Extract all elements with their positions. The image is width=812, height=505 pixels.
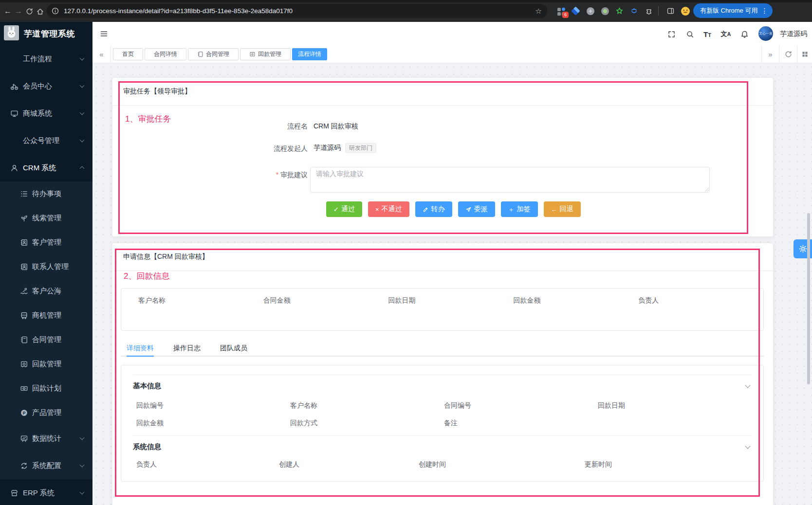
language-icon[interactable]: 文A	[720, 29, 731, 39]
basic-info-row-2: 回款金额 回款方式 备注	[133, 415, 752, 432]
tab-detail-info[interactable]: 详细资料	[127, 341, 154, 356]
sidebar-item-contract[interactable]: 合同管理	[0, 327, 92, 352]
username[interactable]: 芋道源码	[780, 30, 807, 38]
transfer-button[interactable]: 转办	[415, 201, 452, 217]
extension-grid-icon[interactable]: 6	[555, 5, 567, 17]
bookmark-star-icon[interactable]: ☆	[535, 7, 542, 16]
opinion-textarea[interactable]	[310, 167, 710, 193]
clue-icon	[19, 214, 28, 222]
system-info-section-header[interactable]: 系统信息	[133, 436, 752, 458]
initiator-name: 芋道源码	[314, 144, 341, 151]
tab-receivable-manage[interactable]: 回款管理	[240, 48, 291, 60]
edit-icon	[423, 206, 429, 213]
field-receivable-no: 回款编号	[136, 401, 290, 410]
config-icon	[19, 461, 28, 470]
crm-submenu: 待办事项 线索管理 客户管理 联系人管理	[0, 181, 92, 479]
field-creator: 创建人	[279, 460, 419, 469]
sidebar-item-workflow[interactable]: 工作流程	[0, 45, 92, 72]
chevron-down-icon[interactable]	[745, 382, 750, 388]
sidebar-item-receivable-plan[interactable]: 回款计划	[0, 376, 92, 400]
tabs-refresh-icon[interactable]	[779, 45, 797, 63]
store-icon	[10, 488, 18, 497]
emoji-profile-icon[interactable]	[680, 5, 691, 17]
fullscreen-icon[interactable]	[666, 29, 677, 39]
approve-button[interactable]: ✓通过	[326, 201, 362, 217]
monitor-icon	[10, 109, 18, 118]
sidebar-item-mall-system[interactable]: 商城系统	[0, 100, 92, 127]
hamburger-menu-icon[interactable]	[98, 28, 109, 39]
notification-bell-icon[interactable]	[739, 29, 750, 39]
extension-star-icon[interactable]	[614, 5, 625, 17]
sidebar-item-product[interactable]: P 产品管理	[0, 400, 92, 425]
delegate-button[interactable]: 委派	[458, 201, 495, 217]
tab-operation-log[interactable]: 操作日志	[173, 341, 201, 356]
application-card-title: 申请信息【CRM 回款审核】	[123, 252, 209, 261]
tab-team-members[interactable]: 团队成员	[220, 341, 247, 356]
tab-process-detail[interactable]: 流程详情	[292, 48, 327, 60]
font-size-icon[interactable]: TT	[702, 29, 713, 39]
tabs-expand-right-icon[interactable]: »	[761, 45, 779, 63]
site-info-icon[interactable]	[51, 7, 59, 15]
receivable-table: 客户名称 合同金额 回款日期 回款金额 负责人	[121, 288, 764, 331]
sidebar-item-member-center[interactable]: 会员中心	[0, 72, 92, 100]
browser-forward-icon[interactable]: →	[13, 5, 24, 17]
tab-home[interactable]: 首页	[113, 48, 143, 60]
table-header-row: 客户名称 合同金额 回款日期 回款金额 负责人	[121, 289, 763, 305]
sidebar-item-system-config[interactable]: 系统配置	[0, 452, 92, 479]
field-contract-no: 合同编号	[444, 401, 598, 410]
basic-info-section-header[interactable]: 基本信息	[133, 375, 752, 397]
tabs-layout-grid-icon[interactable]	[797, 45, 812, 63]
basic-info-title: 基本信息	[133, 381, 161, 391]
tab-contract-detail[interactable]: 合同详情	[145, 48, 186, 60]
browser-toolbar: ← → 127.0.0.1/process-instance/detail?id…	[0, 0, 812, 22]
sidebar-item-clue[interactable]: 线索管理	[0, 206, 92, 230]
side-panel-icon[interactable]	[665, 5, 676, 17]
approval-buttons: ✓通过 ×不通过 转办 委派 ＋加签 ←回退	[326, 201, 581, 217]
sidebar-item-crm-system[interactable]: CRM 系统	[0, 154, 92, 181]
tabs-collapse-left-icon[interactable]: «	[92, 45, 111, 63]
field-update-time: 更新时间	[585, 460, 752, 469]
browser-home-icon[interactable]	[34, 5, 46, 17]
extension-layers-icon[interactable]	[628, 5, 640, 17]
opinion-field	[310, 167, 710, 193]
address-bar[interactable]: 127.0.0.1/process-instance/detail?id=a21…	[47, 4, 547, 18]
extension-kite-icon[interactable]	[570, 5, 581, 17]
sidebar-item-business[interactable]: 商机管理	[0, 303, 92, 327]
chrome-update-button[interactable]: 有新版 Chrome 可用 ⋮	[693, 3, 773, 18]
field-receivable-date: 回款日期	[598, 401, 752, 410]
sidebar-item-official-account[interactable]: 公众号管理	[0, 127, 92, 154]
browser-reload-icon[interactable]	[23, 5, 35, 17]
extension-gray-icon[interactable]	[585, 5, 596, 17]
page-scrollbar-thumb[interactable]	[807, 213, 810, 384]
field-receivable-method: 回款方式	[290, 419, 444, 428]
browser-top-strip	[0, 0, 812, 2]
browser-back-icon[interactable]: ←	[2, 5, 14, 17]
sidebar-item-data-stats[interactable]: 数据统计	[0, 425, 92, 452]
reject-button[interactable]: ×不通过	[368, 201, 409, 217]
sidebar-item-erp-system[interactable]: ERP 系统	[0, 479, 92, 505]
sidebar-item-public-pool[interactable]: 客户公海	[0, 279, 92, 303]
contract-icon	[19, 335, 28, 344]
extension-badge: 6	[562, 12, 569, 18]
sidebar-item-todo[interactable]: 待办事项	[0, 181, 92, 206]
sidebar-item-customer[interactable]: 客户管理	[0, 230, 92, 254]
field-owner: 负责人	[136, 460, 279, 469]
system-info-row: 负责人 创建人 创建时间 更新时间	[133, 458, 752, 471]
application-info-card: 申请信息【CRM 回款审核】 客户名称 合同金额 回款日期 回款金额 负责人 详…	[112, 243, 773, 505]
user-avatar[interactable]: 文心一言	[758, 26, 773, 41]
sidebar-item-contact[interactable]: 联系人管理	[0, 254, 92, 279]
app-logo[interactable]: 芋道管理系统	[0, 22, 92, 45]
detail-collapse-panel: 基本信息 回款编号 客户名称 合同编号 回款日期 回款金额 回款方式 备注	[121, 365, 764, 482]
extension-record-icon[interactable]	[599, 5, 610, 17]
return-button[interactable]: ←回退	[544, 201, 581, 217]
sidebar-item-receivable[interactable]: 回款管理	[0, 352, 92, 376]
chevron-down-icon	[80, 138, 85, 143]
add-sign-button[interactable]: ＋加签	[501, 201, 538, 217]
chevron-down-icon	[80, 110, 85, 115]
browser-menu-icon[interactable]: ⋮	[761, 7, 768, 15]
search-icon[interactable]	[684, 29, 695, 39]
extensions-puzzle-icon[interactable]	[643, 5, 654, 17]
plus-icon: ＋	[508, 206, 515, 213]
chevron-down-icon[interactable]	[745, 443, 750, 449]
tab-contract-manage[interactable]: 合同管理	[188, 48, 239, 60]
